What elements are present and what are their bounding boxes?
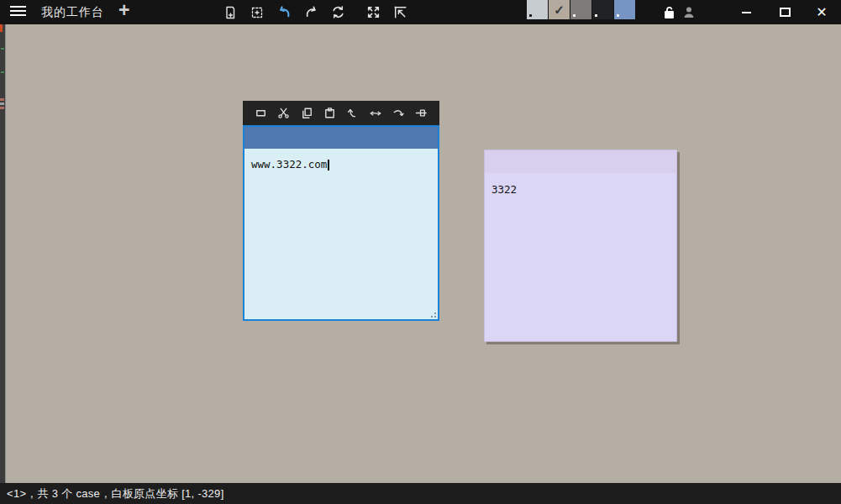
lock-icon[interactable] <box>660 4 677 21</box>
title-bar: 我的工作台 + <box>0 0 841 24</box>
resize-grip[interactable] <box>428 310 436 318</box>
note-text-area[interactable]: 3322 <box>485 173 676 205</box>
status-bar: <1>，共 3 个 case，白板原点坐标 [1, -329] <box>0 483 841 504</box>
pin-icon[interactable] <box>413 105 429 121</box>
arrow-up-icon[interactable] <box>344 105 360 121</box>
swatch-light-gray[interactable] <box>527 0 549 19</box>
panel-marker <box>0 107 4 109</box>
add-workspace-button[interactable]: + <box>118 0 129 23</box>
sticky-note-selected[interactable]: www.3322.com <box>243 125 439 321</box>
swatch-dot <box>573 14 576 17</box>
swatch-dot <box>595 14 597 17</box>
swatch-dot <box>617 14 619 17</box>
fit-view-icon[interactable] <box>365 4 381 21</box>
swatch-blue[interactable] <box>614 0 636 19</box>
collapsed-side-panel[interactable] <box>0 24 6 483</box>
arrow-curve-icon[interactable] <box>391 105 407 121</box>
main-toolbar <box>222 0 408 24</box>
panel-marker <box>1 48 4 50</box>
status-text: <1>，共 3 个 case，白板原点坐标 [1, -329] <box>7 487 224 500</box>
note-text-area[interactable]: www.3322.com <box>244 149 438 179</box>
check-icon: ✓ <box>549 0 570 19</box>
swatch-dot <box>529 14 532 17</box>
note-edit-toolbar <box>243 101 439 125</box>
swatch-tan-selected[interactable]: ✓ <box>549 0 570 19</box>
paste-icon[interactable] <box>322 105 338 121</box>
refresh-icon[interactable] <box>329 4 346 21</box>
copy-icon[interactable] <box>299 105 315 121</box>
whiteboard-canvas[interactable]: www.3322.com 3322 <box>7 24 841 483</box>
text-cursor <box>328 160 329 171</box>
redo-icon[interactable] <box>302 4 319 21</box>
go-origin-icon[interactable] <box>392 4 408 21</box>
panel-marker <box>0 24 3 32</box>
new-case-icon[interactable] <box>222 4 239 21</box>
panel-marker <box>0 102 4 105</box>
close-button[interactable]: ✕ <box>805 0 838 24</box>
maximize-button[interactable] <box>768 0 802 24</box>
cut-icon[interactable] <box>276 105 292 121</box>
multi-select-icon[interactable] <box>249 4 265 21</box>
note-header[interactable] <box>244 127 438 149</box>
swatch-gray[interactable] <box>570 0 592 19</box>
panel-marker <box>0 98 4 101</box>
swatch-dark[interactable] <box>592 0 614 19</box>
note-text: 3322 <box>491 183 517 196</box>
minimize-button[interactable] <box>729 0 763 24</box>
app-title: 我的工作台 <box>41 0 104 24</box>
note-header[interactable] <box>485 150 676 173</box>
panel-marker <box>1 71 4 73</box>
user-icon[interactable] <box>681 4 697 21</box>
sticky-note[interactable]: 3322 <box>484 150 677 342</box>
background-color-swatches: ✓ <box>527 0 636 19</box>
note-text: www.3322.com <box>251 158 327 171</box>
arrow-horizontal-icon[interactable] <box>367 105 383 121</box>
frame-icon[interactable] <box>253 105 269 121</box>
menu-icon[interactable] <box>10 6 26 18</box>
undo-icon[interactable] <box>276 4 292 21</box>
